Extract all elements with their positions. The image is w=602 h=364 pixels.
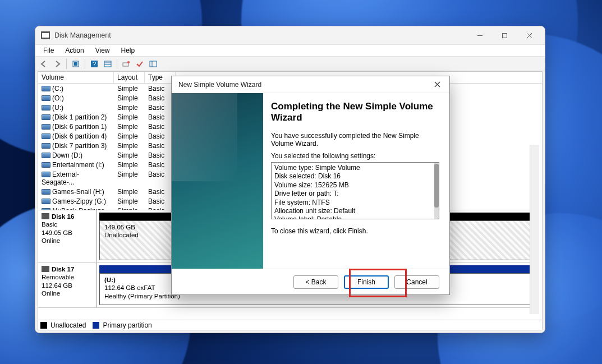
legend-swatch-primary [93,322,99,329]
check-icon[interactable] [134,58,146,70]
svg-rect-11 [123,63,128,66]
partition-size: 149.05 GB [104,224,135,231]
volume-icon [42,133,50,139]
menu-help[interactable]: Help [116,45,141,56]
legend: Unallocated Primary partition [38,320,542,330]
disk-label: Disk 17 [52,266,74,273]
nav-forward-icon[interactable] [51,58,63,70]
cancel-button[interactable]: Cancel [394,275,439,289]
partition-size: 112.64 GB exFAT [104,284,155,291]
disk-size: 149.05 GB [42,229,72,236]
disk-size: 112.64 GB [42,282,72,289]
menu-action[interactable]: Action [59,45,89,56]
partition-status: Healthy (Primary Partition) [104,293,180,300]
wizard-completion-text: You have successfully completed the New … [271,132,439,148]
legend-swatch-unallocated [40,322,47,329]
disk-icon [42,266,49,272]
col-volume[interactable]: Volume [38,72,114,83]
volume-icon [42,86,50,91]
svg-rect-5 [74,62,77,66]
settings-scrollbar-thumb[interactable] [434,164,439,208]
wizard-settings-box[interactable]: Volume type: Simple VolumeDisk selected:… [271,162,439,219]
volume-icon [42,172,50,177]
settings-icon[interactable] [120,58,132,70]
window-title: Disk Management [54,31,111,39]
wizard-button-row: < Back Finish Cancel [172,269,449,294]
svg-rect-13 [150,61,157,67]
titlebar[interactable]: Disk Management [35,26,545,44]
refresh-icon[interactable] [70,58,82,70]
wizard-setting-line: File system: NTFS [274,199,436,207]
wizard-banner-image [172,93,263,269]
back-button[interactable]: < Back [293,275,338,289]
disk-kind: Basic [42,221,57,228]
list-icon[interactable] [102,58,114,70]
finish-button[interactable]: Finish [344,275,389,289]
menu-view[interactable]: View [90,45,116,56]
disk-status: Online [42,290,60,297]
legend-label: Primary partition [103,321,151,329]
app-icon [41,31,50,39]
wizard-setting-line: Volume size: 152625 MB [274,181,436,190]
menubar: File Action View Help [35,44,545,57]
svg-rect-8 [104,61,111,67]
wizard-settings-intro: You selected the following settings: [271,152,439,160]
volume-icon [42,199,50,204]
wizard-setting-line: Volume type: Simple Volume [274,164,436,172]
volume-icon [42,95,50,101]
toolbar: ? [35,57,545,71]
new-simple-volume-wizard: New Simple Volume Wizard Completing the … [171,76,450,295]
wizard-setting-line: Disk selected: Disk 16 [274,172,436,181]
disk-info: Disk 17 Removable 112.64 GB Online [38,263,97,307]
volume-icon [42,162,50,168]
disk-info: Disk 16 Basic 149.05 GB Online [38,210,97,262]
wizard-setting-line: Volume label: Portable [274,215,436,219]
disk-kind: Removable [42,274,74,280]
wizard-titlebar[interactable]: New Simple Volume Wizard [172,76,449,93]
wizard-setting-line: Drive letter or path: T: [274,190,436,198]
volume-icon [42,143,50,149]
close-button[interactable] [517,27,541,43]
svg-text:?: ? [93,61,96,67]
wizard-title: New Simple Volume Wizard [178,81,261,89]
svg-rect-1 [502,33,507,38]
partition-letter: (U:) [104,277,116,283]
volume-icon [42,114,50,120]
disk-label: Disk 16 [52,213,74,220]
col-layout[interactable]: Layout [114,72,145,83]
wizard-close-hint: To close this wizard, click Finish. [271,227,439,235]
svg-point-12 [127,61,130,63]
wizard-close-button[interactable] [429,78,445,91]
menu-file[interactable]: File [38,45,59,56]
maximize-button[interactable] [492,27,517,43]
minimize-button[interactable] [467,27,492,43]
scrollbar[interactable] [530,145,539,314]
disk-icon [42,213,49,219]
wizard-heading: Completing the New Simple Volume Wizard [271,101,439,123]
volume-icon [42,124,50,130]
properties-icon[interactable] [147,58,159,70]
volume-icon [42,189,50,195]
partition-status: Unallocated [104,232,139,238]
nav-back-icon[interactable] [38,58,50,70]
disk-status: Online [42,237,60,244]
wizard-setting-line: Allocation unit size: Default [274,207,436,215]
legend-label: Unallocated [50,321,86,329]
volume-icon [42,105,50,110]
help-icon[interactable]: ? [88,58,100,70]
volume-icon [42,153,50,158]
